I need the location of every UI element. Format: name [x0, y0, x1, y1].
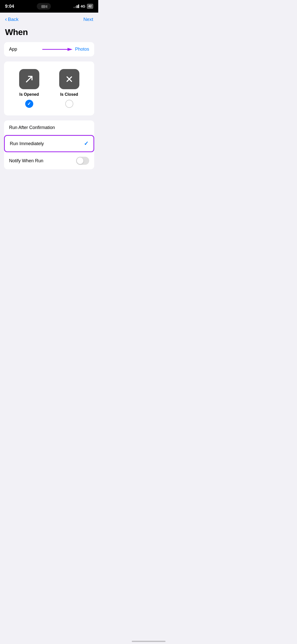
status-bar: 9:04 4G 42 — [0, 0, 98, 13]
run-immediately-inner: Run Immediately ✓ — [5, 136, 93, 151]
notify-when-run-row[interactable]: Notify When Run — [4, 152, 94, 169]
app-row-value: Photos — [75, 47, 89, 52]
run-after-confirmation-row[interactable]: Run After Confirmation — [4, 120, 94, 135]
is-opened-icon-box — [19, 69, 39, 89]
app-row-label: App — [9, 47, 17, 52]
toggle-knob — [77, 157, 83, 164]
radio-check-icon: ✓ — [27, 101, 31, 107]
page-title: When — [0, 25, 98, 42]
trigger-options-card: Is Opened ✓ Is Closed — [4, 61, 94, 115]
camera-icon — [41, 5, 46, 8]
dynamic-island — [37, 3, 51, 10]
svg-rect-0 — [41, 5, 45, 8]
run-immediately-check-icon: ✓ — [84, 140, 88, 147]
back-label: Back — [8, 17, 18, 22]
svg-marker-1 — [46, 5, 47, 8]
is-opened-option[interactable]: Is Opened ✓ — [19, 69, 39, 108]
run-after-confirmation-label: Run After Confirmation — [9, 125, 55, 130]
run-immediately-row[interactable]: Run Immediately ✓ — [4, 135, 94, 152]
signal-icon — [74, 5, 79, 8]
chevron-left-icon: ‹ — [5, 17, 7, 22]
nav-bar: ‹ Back Next — [0, 13, 98, 25]
content-area: App Photos Is Opened ✓ — [0, 42, 98, 169]
notify-when-run-label: Notify When Run — [9, 158, 43, 164]
close-x-icon — [64, 74, 75, 84]
back-button[interactable]: ‹ Back — [5, 17, 19, 22]
time-label: 9:04 — [5, 4, 14, 9]
network-label: 4G — [81, 4, 85, 8]
open-arrow-icon — [24, 74, 35, 84]
status-indicators: 4G 42 — [74, 4, 93, 9]
app-row[interactable]: App Photos — [4, 42, 94, 56]
run-options-card: Run After Confirmation Run Immediately ✓… — [4, 120, 94, 169]
is-opened-label: Is Opened — [19, 92, 39, 97]
is-closed-radio[interactable] — [65, 100, 73, 108]
arrow-icon — [42, 47, 73, 52]
run-immediately-label: Run Immediately — [10, 141, 44, 146]
notify-when-run-toggle[interactable] — [76, 157, 89, 165]
is-closed-label: Is Closed — [60, 92, 78, 97]
battery-indicator: 42 — [87, 4, 93, 9]
is-closed-icon-box — [59, 69, 79, 89]
is-closed-option[interactable]: Is Closed — [59, 69, 79, 108]
next-button[interactable]: Next — [83, 17, 93, 22]
is-opened-radio[interactable]: ✓ — [25, 100, 33, 108]
svg-marker-3 — [68, 48, 73, 51]
app-arrow-area: Photos — [42, 47, 89, 52]
